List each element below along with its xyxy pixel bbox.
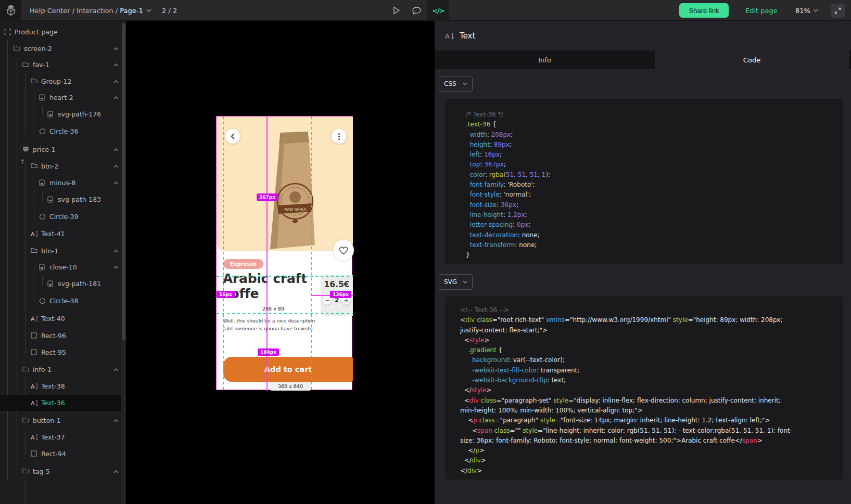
layer-label: Text-37: [41, 433, 65, 441]
category-tag[interactable]: Expresso: [223, 259, 263, 269]
scroll-up-arrow-icon: ↑: [20, 158, 25, 165]
layer-row-circle-38[interactable]: Circle-38: [0, 293, 121, 309]
tab-info[interactable]: Info: [435, 50, 655, 69]
layer-row-rect-95[interactable]: Rect-95: [0, 345, 121, 360]
code-line: .gradient {: [460, 345, 838, 355]
layer-label: svg-path-181: [58, 280, 101, 288]
layer-row-text-37[interactable]: AText-37: [0, 430, 121, 445]
circle-icon: [39, 298, 46, 304]
collapse-chevron-icon[interactable]: [113, 368, 119, 371]
layer-label: Text-36: [41, 399, 65, 407]
edit-page-link[interactable]: Edit page: [745, 0, 778, 21]
price-value: 16.5€: [321, 280, 353, 289]
layer-row-btn-2[interactable]: btn-2: [0, 159, 121, 174]
svg-text:A: A: [31, 434, 35, 441]
css-code-block[interactable]: /* Text-36 */.text-36 { width: 208px; he…: [445, 99, 843, 264]
inspector-header: A Text: [435, 21, 851, 50]
layer-row-svg-path-183[interactable]: svg-path-183: [0, 192, 121, 208]
code-line: <div class="paragraph-set" style="displa…: [460, 396, 838, 406]
collapse-chevron-icon[interactable]: [113, 419, 119, 422]
layer-row-price-1[interactable]: price-1: [0, 142, 121, 158]
selection-top-guide: [217, 276, 353, 277]
layer-row-tag-5[interactable]: tag-5: [0, 464, 121, 480]
folder-icon: [22, 417, 29, 423]
layer-row-button-1[interactable]: button-1: [0, 413, 121, 429]
code-line: <style>: [460, 335, 838, 345]
layer-label: Circle-39: [49, 213, 79, 221]
breadcrumb[interactable]: Help Center / Interaction / Page-1: [30, 0, 151, 21]
collapse-chevron-icon[interactable]: [113, 148, 119, 151]
code-line: size: 36px; font-family: Roboto; font-st…: [460, 436, 838, 446]
more-options-button[interactable]: [332, 129, 346, 144]
layer-row-info-1[interactable]: info-1: [0, 362, 121, 378]
fullscreen-button[interactable]: [831, 4, 845, 18]
layer-row-rect-94[interactable]: Rect-94: [0, 446, 121, 462]
code-line: background: var(--text-color);: [460, 355, 838, 365]
layer-row-heart-2[interactable]: heart-2: [0, 90, 121, 106]
layer-row-rect-96[interactable]: Rect-96: [0, 328, 121, 344]
add-to-cart-button[interactable]: Add to cart: [223, 357, 353, 382]
product-description: Well, this should be a nice description …: [223, 317, 315, 332]
collapse-chevron-icon[interactable]: [113, 47, 119, 50]
layer-row-close-10[interactable]: close-10: [0, 260, 121, 275]
collapse-chevron-icon[interactable]: [113, 266, 119, 269]
layer-row-minus-8[interactable]: minus-8: [0, 175, 121, 191]
layer-label: heart-2: [49, 94, 73, 101]
layer-label: tag-5: [33, 468, 50, 475]
collapse-chevron-icon[interactable]: [113, 165, 119, 168]
app-logo[interactable]: [0, 0, 21, 21]
code-line: </div>: [460, 466, 838, 476]
layer-row-text-38[interactable]: AText-38: [0, 379, 121, 394]
circle-icon: [39, 128, 46, 135]
code-line: .text-36 {: [466, 120, 838, 130]
layer-label: Circle-38: [49, 297, 79, 305]
layer-row-svg-path-176[interactable]: svg-path-176: [0, 107, 121, 122]
bottom-offset-label: 184px: [258, 348, 279, 356]
collapse-chevron-icon[interactable]: [113, 470, 119, 473]
layer-label: Product page: [15, 28, 58, 36]
layer-row-product page[interactable]: Product page: [0, 24, 121, 40]
play-button[interactable]: [389, 0, 404, 21]
design-tool-window: Help Center / Interaction / Page-1 2 / 2…: [0, 0, 851, 504]
collapse-chevron-icon[interactable]: [113, 182, 119, 185]
back-button[interactable]: [225, 129, 240, 144]
layer-label: btn-2: [41, 162, 58, 170]
tab-code[interactable]: Code: [655, 50, 849, 69]
collapse-chevron-icon[interactable]: [113, 80, 119, 83]
svg-language-dropdown[interactable]: SVG: [439, 274, 473, 290]
frame-size-label: 360 x 640: [270, 382, 311, 391]
layer-row-text-40[interactable]: AText-40: [0, 311, 121, 327]
sidebar-scrollbar-thumb[interactable]: [122, 23, 125, 341]
layer-row-text-41[interactable]: AText-41: [0, 226, 121, 242]
svg-text:A: A: [31, 383, 35, 390]
share-link-button[interactable]: Share link: [679, 3, 729, 18]
collapse-chevron-icon[interactable]: [113, 63, 119, 67]
collapse-chevron-icon[interactable]: [113, 96, 119, 99]
layer-label: btn-1: [41, 247, 58, 255]
device-frame[interactable]: NABI NAHUI Expresso Arabic craft coffe 2…: [216, 116, 352, 390]
layer-label: screen-2: [24, 45, 52, 53]
layer-row-group-12[interactable]: Group-12: [0, 74, 121, 89]
layer-label: svg-path-183: [58, 196, 101, 203]
layer-row-circle-39[interactable]: Circle-39: [0, 209, 121, 225]
css-language-dropdown[interactable]: CSS: [439, 76, 473, 92]
collapse-chevron-icon[interactable]: [113, 250, 119, 253]
breadcrumb-current-page[interactable]: Page-1: [120, 7, 143, 15]
code-view-button[interactable]: </>: [427, 0, 449, 21]
favorite-button[interactable]: [333, 240, 354, 261]
code-line: -webkit-text-fill-color: transparent;: [460, 366, 838, 376]
layer-row-svg-path-181[interactable]: svg-path-181: [0, 276, 121, 292]
layer-row-fav-1[interactable]: fav-1: [0, 57, 121, 73]
layer-label: Rect-94: [41, 450, 66, 458]
layer-row-circle-36[interactable]: Circle-36: [0, 124, 121, 139]
chevron-down-icon[interactable]: [146, 9, 151, 12]
layer-row-btn-1[interactable]: btn-1: [0, 243, 121, 259]
zoom-control[interactable]: 81%: [795, 0, 818, 21]
text-icon: A: [31, 383, 39, 390]
layer-label: close-10: [49, 263, 77, 271]
comments-button[interactable]: [409, 0, 424, 21]
layer-row-text-36[interactable]: AText-36: [0, 395, 121, 411]
svg-code-block[interactable]: <!-- Text-36 --><div class="root rich-te…: [445, 296, 843, 480]
layer-row-screen-2[interactable]: screen-2: [0, 41, 121, 57]
canvas[interactable]: NABI NAHUI Expresso Arabic craft coffe 2…: [126, 21, 435, 504]
